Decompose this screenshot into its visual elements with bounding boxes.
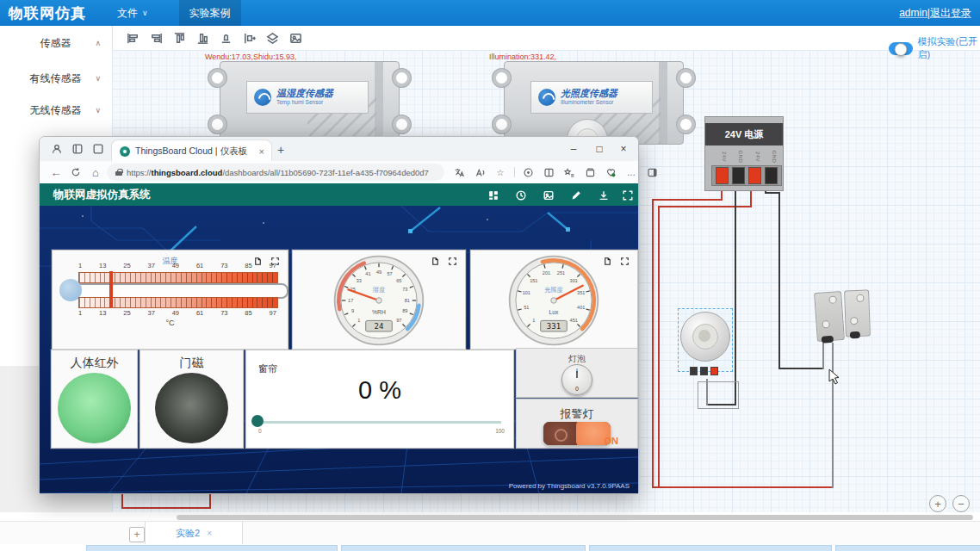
horizontal-scrollbar[interactable] [177, 515, 973, 520]
power-supply-label: 24V 电源 [705, 123, 783, 145]
siren-terminal [690, 367, 698, 375]
image-export-icon[interactable] [541, 188, 555, 202]
export-icon[interactable] [429, 256, 441, 266]
device-name-cn: 温湿度传感器 [276, 89, 333, 99]
translate-icon[interactable] [451, 165, 467, 179]
tab-close-icon[interactable]: × [207, 529, 212, 538]
layers-icon[interactable] [264, 30, 280, 46]
knob-on-label: I [562, 368, 592, 374]
curtain-slider-knob[interactable] [251, 415, 264, 427]
temp-humidity-sensor-device[interactable]: 温湿度传感器 Temp humi Sensor [220, 61, 400, 145]
curtain-slider-track[interactable] [257, 421, 501, 424]
menu-file[interactable]: 文件 ∨ [107, 0, 158, 26]
distribute-horizontal-icon[interactable] [241, 30, 257, 46]
junction-box [698, 381, 739, 409]
close-button[interactable]: × [611, 143, 636, 155]
align-right-icon[interactable] [148, 30, 164, 46]
browser-tab[interactable]: ThingsBoard Cloud | 仪表板 × [111, 139, 272, 162]
gauge-tick-label: 97 [396, 318, 401, 323]
maximize-button[interactable]: □ [586, 143, 612, 155]
tick-label: 25 [123, 309, 130, 317]
export-icon[interactable] [601, 256, 613, 266]
widgets-grid-icon[interactable] [486, 188, 500, 202]
align-left-icon[interactable] [125, 30, 140, 46]
gauge-hub [376, 298, 381, 303]
stamp-icon[interactable] [218, 30, 233, 46]
zoom-out-button[interactable]: − [952, 495, 970, 512]
thermometer-scale-top [78, 272, 278, 283]
gauge-tick-label: 1 [532, 318, 535, 323]
profile-icon[interactable] [50, 142, 64, 156]
url-field[interactable]: https://thingsboard.cloud/dashboards/all… [107, 164, 444, 181]
url-host: thingsboard.cloud [152, 168, 223, 177]
collections-icon[interactable] [582, 165, 598, 179]
door-sensor-block[interactable] [814, 291, 845, 342]
time-window-icon[interactable] [513, 188, 528, 202]
gauge-tick-label: 251 [557, 270, 565, 276]
download-icon[interactable] [596, 188, 611, 202]
user-logout-link[interactable]: admin|退出登录 [899, 0, 971, 26]
door-sensor-block[interactable] [844, 290, 871, 337]
workspaces-icon[interactable] [71, 142, 84, 156]
lock-icon [115, 169, 122, 176]
tab-actions-icon[interactable] [91, 142, 105, 156]
slider-max-label: 100 [495, 428, 505, 434]
illuminometer-sensor-device[interactable]: 光照度传感器 Illuminometer Sensor [504, 61, 684, 145]
extensions-icon[interactable] [520, 165, 536, 179]
sidebar-toggle-icon[interactable] [644, 165, 660, 179]
alarm-rocker-switch[interactable] [543, 422, 611, 445]
favorite-star-icon[interactable]: ☆ [493, 165, 508, 179]
menu-experiment-examples[interactable]: 实验案例 [179, 0, 241, 26]
alarm-siren-device[interactable] [680, 312, 730, 362]
fullscreen-icon[interactable] [620, 188, 635, 202]
read-aloud-icon[interactable] [472, 165, 487, 179]
sidebar-item-sensors[interactable]: 传感器∧ [0, 32, 111, 54]
gauge-title: 光照度 [544, 286, 563, 294]
bulb-knob-switch[interactable]: I 0 [561, 364, 592, 395]
snapshot-icon[interactable] [288, 30, 303, 46]
top-menu-bar: 物联网仿真 文件 ∨ 实验案例 admin|退出登录 [0, 0, 980, 26]
chevron-down-icon: ∨ [95, 74, 101, 83]
edit-pencil-icon[interactable] [568, 188, 583, 202]
tick-label: 13 [99, 309, 106, 317]
home-icon[interactable]: ⌂ [88, 164, 103, 180]
tick-row-top: 11325374961738597 [78, 262, 276, 269]
add-experiment-button[interactable]: + [129, 527, 145, 542]
simulation-toggle[interactable] [889, 42, 913, 55]
powered-by-footer: Powered by Thingsboard v3.7.0.9PAAS [509, 482, 630, 490]
browser-window: ThingsBoard Cloud | 仪表板 × + – □ × ← ⌂ ht… [39, 136, 639, 494]
dashboard-body: 温度 11325374961738597 11325374961738597 °… [40, 206, 638, 493]
reload-icon[interactable] [68, 164, 84, 180]
siren-terminal [710, 367, 718, 375]
widget-title: 灯泡 [517, 353, 637, 365]
align-top-icon[interactable] [171, 30, 187, 46]
settings-menu-icon[interactable]: … [623, 165, 639, 179]
zoom-in-button[interactable]: + [929, 495, 946, 512]
wire-red [652, 199, 654, 487]
browser-essentials-icon[interactable] [603, 165, 618, 179]
gauge-tick-label: 101 [523, 290, 530, 295]
sidebar-item-wired-sensors[interactable]: 有线传感器∨ [0, 67, 111, 90]
align-bottom-icon[interactable] [195, 30, 210, 46]
expand-icon[interactable] [618, 256, 630, 266]
favorites-bar-icon[interactable] [561, 165, 577, 179]
pir-indicator[interactable] [58, 373, 131, 443]
divider [514, 167, 515, 177]
gauge-tick-label: 89 [402, 308, 407, 313]
power-supply-24v[interactable]: 24V 电源 24VGND24VGND [704, 116, 784, 191]
minimize-button[interactable]: – [561, 143, 586, 155]
light-sensor-reading: Illumination:331.42, [489, 53, 556, 61]
expand-icon[interactable] [446, 256, 458, 266]
gauge-tick-label: 201 [543, 270, 550, 276]
gauge-unit: %RH [372, 309, 386, 315]
iot-simulation-app: 物联网仿真 文件 ∨ 实验案例 admin|退出登录 传感器∧ 有线传感器∨ 无… [0, 0, 980, 551]
split-screen-icon[interactable] [541, 165, 556, 179]
new-tab-button[interactable]: + [277, 144, 284, 156]
gauge-tick-label: 1 [357, 318, 360, 323]
sidebar-item-wireless-sensors[interactable]: 无线传感器∨ [0, 99, 111, 121]
back-icon[interactable]: ← [48, 164, 64, 180]
alarm-state-label: ON [605, 436, 619, 446]
experiment-tab[interactable]: 实验2 × [145, 522, 243, 546]
tab-close-icon[interactable]: × [259, 146, 264, 157]
door-indicator[interactable] [155, 373, 228, 443]
